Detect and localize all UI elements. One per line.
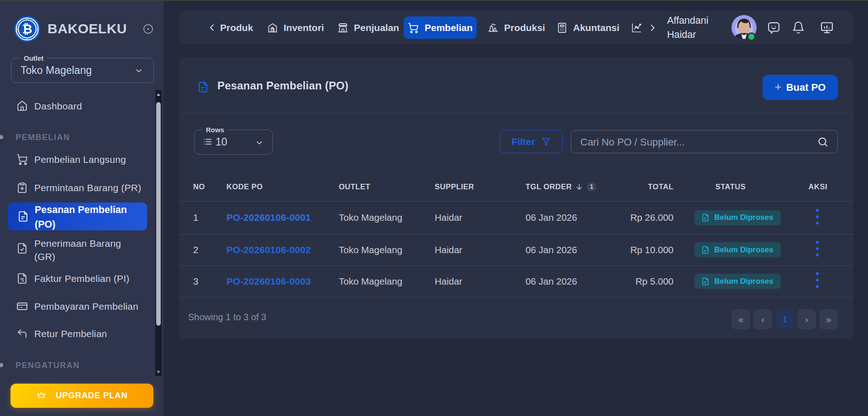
svg-text:₿: ₿: [22, 22, 32, 36]
